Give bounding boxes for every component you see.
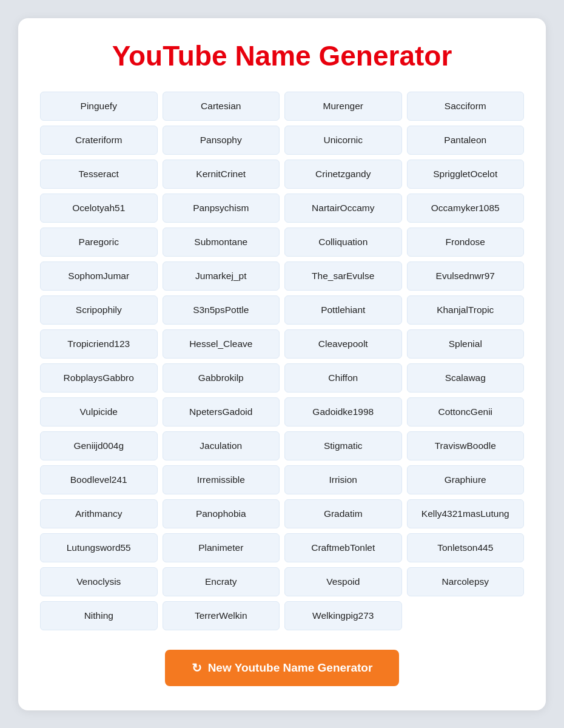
name-cell[interactable]: Stigmatic [284, 431, 402, 460]
name-cell[interactable]: Pansophy [163, 126, 280, 155]
name-cell[interactable]: The_sarEvulse [284, 261, 402, 291]
name-cell[interactable]: SpriggletOcelot [407, 160, 525, 189]
name-cell[interactable]: Irrision [284, 465, 402, 494]
name-cell[interactable]: Cleavepoolt [284, 329, 402, 359]
name-cell[interactable]: Crinetzgandy [284, 160, 402, 189]
name-cell[interactable]: Panophobia [163, 499, 280, 528]
name-cell[interactable]: Ocelotyah51 [40, 194, 158, 223]
name-cell[interactable]: Frondose [407, 228, 525, 257]
names-grid: PinguefyCartesianMurengerSacciformCrater… [40, 92, 524, 630]
name-cell-empty [407, 601, 525, 630]
name-cell[interactable]: SophomJumar [40, 261, 158, 291]
generate-button[interactable]: ↻ New Youtube Name Generator [165, 650, 400, 686]
button-row: ↻ New Youtube Name Generator [40, 650, 524, 686]
name-cell[interactable]: Crateriform [40, 126, 158, 155]
name-cell[interactable]: TerrerWelkin [163, 601, 280, 630]
name-cell[interactable]: Jaculation [163, 431, 280, 460]
name-cell[interactable]: Evulsednwr97 [407, 261, 525, 291]
name-cell[interactable]: NpetersGadoid [163, 397, 280, 426]
name-cell[interactable]: CraftmebTonlet [284, 533, 402, 562]
name-cell[interactable]: Gradatim [284, 499, 402, 528]
name-cell[interactable]: Pantaleon [407, 126, 525, 155]
name-cell[interactable]: Graphiure [407, 465, 525, 494]
name-cell[interactable]: Submontane [163, 228, 280, 257]
name-cell[interactable]: KernitCrinet [163, 160, 280, 189]
name-cell[interactable]: Lutungsword55 [40, 533, 158, 562]
name-cell[interactable]: Vespoid [284, 567, 402, 596]
name-cell[interactable]: RobplaysGabbro [40, 363, 158, 393]
name-cell[interactable]: Planimeter [163, 533, 280, 562]
name-cell[interactable]: Pinguefy [40, 92, 158, 121]
generate-button-label: New Youtube Name Generator [208, 661, 373, 675]
name-cell[interactable]: Sacciform [407, 92, 525, 121]
name-cell[interactable]: Scripophily [40, 295, 158, 325]
name-cell[interactable]: Geniijd004g [40, 431, 158, 460]
name-cell[interactable]: Occamyker1085 [407, 194, 525, 223]
name-cell[interactable]: Venoclysis [40, 567, 158, 596]
name-cell[interactable]: Tesseract [40, 160, 158, 189]
name-cell[interactable]: Tonletson445 [407, 533, 525, 562]
name-cell[interactable]: Welkingpig273 [284, 601, 402, 630]
name-cell[interactable]: Encraty [163, 567, 280, 596]
name-cell[interactable]: Gabbrokilp [163, 363, 280, 393]
name-cell[interactable]: Kelly4321masLutung [407, 499, 525, 528]
name-cell[interactable]: Gadoidke1998 [284, 397, 402, 426]
name-cell[interactable]: Jumarkej_pt [163, 261, 280, 291]
name-cell[interactable]: Irremissible [163, 465, 280, 494]
name-cell[interactable]: Chiffon [284, 363, 402, 393]
name-cell[interactable]: Nithing [40, 601, 158, 630]
name-cell[interactable]: NartairOccamy [284, 194, 402, 223]
name-cell[interactable]: Panpsychism [163, 194, 280, 223]
name-cell[interactable]: Boodlevel241 [40, 465, 158, 494]
name-cell[interactable]: Colliquation [284, 228, 402, 257]
name-cell[interactable]: Unicornic [284, 126, 402, 155]
name-cell[interactable]: Tropicriend123 [40, 329, 158, 359]
name-cell[interactable]: Scalawag [407, 363, 525, 393]
name-cell[interactable]: CottoncGenii [407, 397, 525, 426]
page-title: YouTube Name Generator [40, 40, 524, 72]
refresh-icon: ↻ [192, 661, 202, 675]
name-cell[interactable]: Pottlehiant [284, 295, 402, 325]
name-cell[interactable]: Vulpicide [40, 397, 158, 426]
name-cell[interactable]: TraviswBoodle [407, 431, 525, 460]
name-cell[interactable]: Paregoric [40, 228, 158, 257]
main-card: YouTube Name Generator PinguefyCartesian… [18, 18, 546, 710]
name-cell[interactable]: S3n5psPottle [163, 295, 280, 325]
name-cell[interactable]: Narcolepsy [407, 567, 525, 596]
name-cell[interactable]: KhanjalTropic [407, 295, 525, 325]
name-cell[interactable]: Hessel_Cleave [163, 329, 280, 359]
name-cell[interactable]: Murenger [284, 92, 402, 121]
name-cell[interactable]: Splenial [407, 329, 525, 359]
name-cell[interactable]: Cartesian [163, 92, 280, 121]
name-cell[interactable]: Arithmancy [40, 499, 158, 528]
